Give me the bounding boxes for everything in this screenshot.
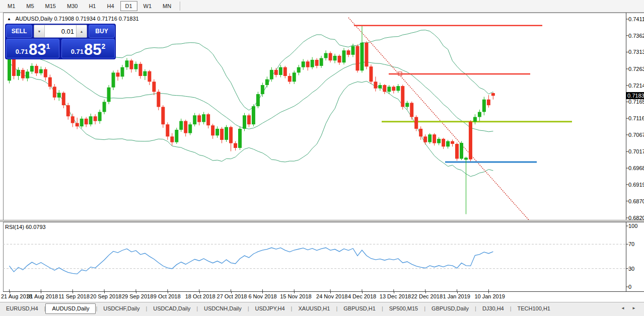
candle [464, 157, 468, 160]
price-axis: 0.741100.736200.731300.726300.721400.716… [627, 0, 644, 302]
volume-spinner: ▼ ▲ [34, 25, 87, 38]
candle [478, 112, 481, 117]
candle [455, 144, 459, 159]
sell-price-box[interactable]: 0.71831 [6, 39, 59, 58]
chart-tab-tech100[interactable]: TECH100,H1 [512, 304, 556, 313]
price-axis-label: 0.70170 [628, 148, 644, 154]
candle [216, 129, 219, 135]
candle [134, 64, 137, 69]
candle [270, 70, 273, 80]
candle [423, 136, 427, 142]
candle [152, 82, 156, 92]
candle [487, 100, 490, 105]
candle [369, 66, 373, 82]
price-axis-label: 0.73620 [628, 33, 644, 39]
candle [71, 116, 75, 123]
price-chart-panel: ▲ AUDUSD,Daily 0.71908 0.71934 0.71716 0… [0, 13, 644, 220]
price-axis-label: 0.69190 [628, 182, 644, 188]
candle [297, 67, 301, 73]
candle [265, 80, 269, 85]
volume-decrease-icon[interactable]: ▼ [34, 25, 45, 37]
rsi-indicator-panel: RSI(14) 60.0793 [0, 222, 644, 292]
candle [62, 93, 65, 105]
sell-button[interactable]: SELL [6, 25, 32, 38]
chart-tab-usdchf[interactable]: USDCHF,Daily [97, 304, 146, 313]
rsi-axis-label: 100 [628, 223, 637, 229]
timeframe-button-d1[interactable]: D1 [120, 1, 137, 11]
panel-collapse-icon[interactable]: ▲ [7, 17, 11, 21]
chart-tab-dj30[interactable]: DJ30,H4 [476, 304, 510, 313]
buy-price-box[interactable]: 0.71852 [61, 39, 115, 58]
price-axis-label: 0.69680 [628, 165, 644, 171]
chart-tab-usdjpy[interactable]: USDJPY,H4 [249, 304, 291, 313]
candle [491, 93, 495, 96]
volume-increase-icon[interactable]: ▲ [76, 25, 87, 37]
candle [243, 115, 246, 129]
candle [98, 112, 102, 121]
chart-tab-usdcnh[interactable]: USDCNH,Daily [198, 304, 248, 313]
candle [211, 125, 214, 135]
one-click-trading-panel: SELL ▼ ▲ BUY 0.71831 0.71852 [5, 24, 116, 59]
timeframe-toolbar: M1M5M15M30H1H4D1W1MN [0, 0, 644, 13]
candle [225, 127, 228, 140]
candle [234, 143, 237, 148]
candle [129, 60, 133, 69]
timeframe-button-mn[interactable]: MN [158, 1, 176, 11]
toolbar-separator [180, 2, 181, 11]
chart-tab-eurusd[interactable]: EURUSD,H4 [0, 304, 44, 313]
timeframe-button-w1[interactable]: W1 [138, 1, 157, 11]
candle [419, 129, 422, 136]
candle [30, 66, 34, 71]
chart-tab-gbpusd[interactable]: GBPUSD,H1 [337, 304, 382, 313]
chart-tab-sp500[interactable]: SP500,M15 [383, 304, 424, 313]
candle [197, 115, 201, 122]
candle [342, 50, 346, 62]
candle [26, 71, 29, 78]
volume-input[interactable] [45, 25, 76, 37]
candle [401, 86, 404, 107]
candle [355, 46, 359, 71]
time-axis: 21 Aug 201831 Aug 201811 Sep 201820 Sep … [0, 292, 644, 302]
timeframe-button-m15[interactable]: M15 [40, 1, 61, 11]
candle [44, 69, 47, 77]
candle [166, 124, 169, 136]
chart-tab-usdcad[interactable]: USDCAD,Daily [147, 304, 196, 313]
candle [315, 60, 319, 66]
candle [247, 115, 251, 124]
timeframe-button-m30[interactable]: M30 [62, 1, 83, 11]
time-axis-label: 18 Oct 2018 [185, 293, 216, 299]
timeframe-button-m5[interactable]: M5 [21, 1, 39, 11]
candle [351, 46, 354, 55]
chart-tab-xauusd[interactable]: XAUUSD,H1 [292, 304, 336, 313]
candle [256, 94, 260, 106]
timeframe-button-h4[interactable]: H4 [102, 1, 119, 11]
descending-trendline[interactable] [348, 18, 529, 220]
time-axis-label: 29 Sep 2018 [122, 293, 153, 299]
candle [48, 77, 52, 87]
candle [306, 61, 310, 67]
timeframe-button-m1[interactable]: M1 [3, 1, 20, 11]
candle [405, 103, 409, 107]
candle [469, 122, 472, 160]
candle [433, 134, 436, 143]
candle [288, 76, 292, 82]
chart-tab-audusd[interactable]: AUDUSD,Daily [45, 303, 96, 314]
candle [392, 87, 395, 91]
candle [175, 130, 178, 142]
candle [107, 88, 111, 102]
tab-scroll-arrows-icon[interactable]: ◄ ► [621, 303, 639, 310]
candle [283, 67, 287, 76]
price-axis-label: 0.72630 [628, 66, 644, 72]
candle [80, 119, 84, 126]
buy-button[interactable]: BUY [89, 25, 115, 38]
candle [148, 71, 151, 82]
candle [39, 69, 43, 73]
candle [446, 141, 450, 147]
candle [138, 64, 142, 76]
timeframe-button-h1[interactable]: H1 [84, 1, 101, 11]
time-axis-label: 22 Dec 2018 [411, 293, 443, 299]
time-axis-label: 27 Oct 2018 [217, 293, 247, 299]
chart-tab-gbpusd[interactable]: GBPUSD,Daily [425, 304, 475, 313]
chart-ohlc-values: 0.71908 0.71934 0.71716 0.71831 [54, 16, 138, 22]
rsi-axis-label: 70 [628, 241, 634, 247]
